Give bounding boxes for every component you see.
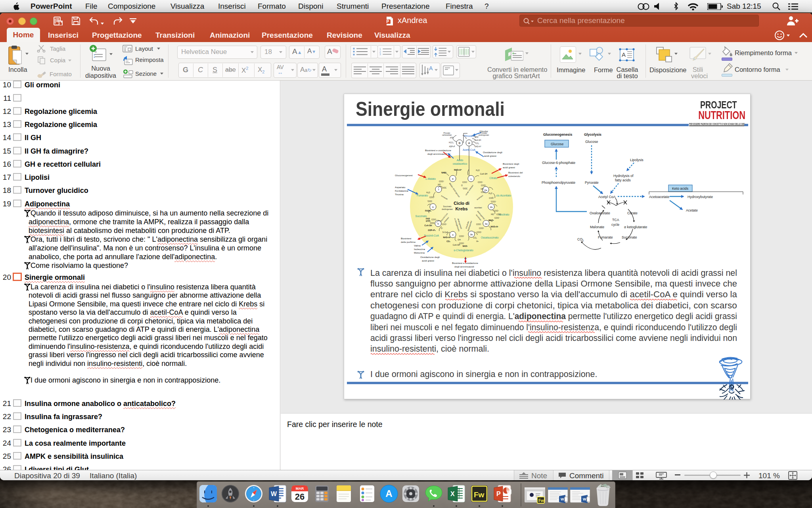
svg-text:degli amminoacidi: degli amminoacidi [454, 265, 474, 268]
svg-text:2b: 2b [490, 206, 493, 208]
svg-text:ATP: ATP [450, 137, 454, 139]
svg-text:Fenilalanina: Fenilalanina [395, 189, 408, 192]
svg-text:Ossidazione degli: Ossidazione degli [483, 151, 502, 154]
svg-text:6: 6 [432, 206, 434, 208]
svg-text:CO₂: CO₂ [446, 240, 450, 242]
svg-text:acidi grassi: acidi grassi [484, 154, 496, 157]
svg-text:A: A [468, 142, 470, 144]
svg-text:deidrogenasi: deidrogenasi [442, 208, 452, 210]
svg-text:1: 1 [470, 177, 472, 180]
svg-text:ossalacetico: ossalacetico [453, 162, 467, 165]
svg-text:Succinil-CoA: Succinil-CoA [424, 234, 439, 237]
svg-text:COO⁻: COO⁻ [476, 223, 482, 225]
svg-text:P: P [496, 491, 501, 497]
svg-text:H₂O: H₂O [476, 169, 480, 171]
svg-text:NAD+H•: NAD+H• [490, 225, 498, 228]
svg-text:COO⁻: COO⁻ [478, 181, 483, 183]
svg-text:26: 26 [295, 492, 304, 502]
svg-text:Citrato: Citrato [489, 177, 497, 179]
svg-text:Fw: Fw [538, 498, 544, 503]
svg-text:7: 7 [438, 188, 439, 191]
svg-text:3b: 3b [470, 233, 473, 236]
svg-text:H•: H• [476, 240, 479, 242]
svg-text:COO⁻: COO⁻ [481, 191, 486, 193]
svg-text:′OOC: ′OOC [463, 187, 468, 190]
svg-text:′OOC: ′OOC [442, 187, 447, 189]
svg-text:OH: OH [458, 239, 461, 241]
svg-text:3a: 3a [485, 222, 488, 225]
svg-text:colesterolo: colesterolo [508, 175, 520, 177]
svg-text:Valina: Valina [414, 244, 421, 247]
svg-text:Citrate: Citrate [627, 211, 638, 215]
svg-text:COO⁻: COO⁻ [462, 181, 468, 183]
svg-text:Tirosina: Tirosina [395, 193, 404, 196]
svg-text:NAD•: NAD• [489, 219, 494, 221]
svg-text:acidi grassi: acidi grassi [422, 259, 434, 262]
svg-text:Fw: Fw [474, 491, 485, 499]
svg-text:HO: HO [438, 183, 441, 186]
svg-text:aconitasi: aconitasi [475, 207, 482, 209]
svg-text:MAR: MAR [296, 487, 304, 491]
svg-text:Metionina: Metionina [414, 251, 425, 254]
svg-text:TCA: TCA [612, 218, 619, 222]
svg-text:2: 2 [582, 239, 584, 242]
svg-text:GDP+P₀: GDP+P₀ [428, 229, 435, 231]
svg-text:CoA-SH: CoA-SH [475, 139, 481, 141]
svg-text:α ketoglutarate: α ketoglutarate [624, 225, 647, 229]
svg-text:Ciclo di: Ciclo di [454, 201, 469, 206]
svg-text:Gluconeogenesi: Gluconeogenesi [395, 174, 413, 177]
svg-text:Glucose: Glucose [585, 140, 598, 144]
svg-text:S-CoA: S-CoA [442, 231, 448, 233]
svg-text:cycle: cycle [611, 223, 619, 227]
svg-text:P: P [387, 19, 389, 24]
svg-text:Piruvato: Piruvato [464, 135, 474, 137]
svg-text:Isoleucina: Isoleucina [414, 248, 425, 250]
svg-text:Hydrolysis of: Hydrolysis of [613, 174, 634, 178]
svg-text:NAD+H⁺: NAD+H⁺ [475, 146, 482, 148]
svg-text:′COO⁻: ′COO⁻ [491, 200, 497, 203]
svg-text:HO: HO [491, 213, 494, 216]
svg-text:CO₂: CO₂ [476, 142, 479, 144]
svg-text:A: A [385, 488, 392, 499]
svg-text:NAD+H•: NAD+H• [443, 236, 450, 239]
svg-text:O: O [461, 184, 463, 187]
svg-text:Succinato: Succinato [443, 206, 451, 208]
svg-text:Gluconeogenesis: Gluconeogenesis [543, 133, 572, 137]
svg-text:CoA-SH: CoA-SH [453, 244, 460, 246]
svg-text:HCO₃: HCO₃ [449, 142, 454, 144]
svg-text:4: 4 [452, 233, 454, 236]
svg-text:Acido: Acido [457, 159, 463, 162]
svg-text:α-Chetoglutarato: α-Chetoglutarato [454, 249, 473, 252]
svg-text:W: W [561, 497, 564, 501]
svg-text:Succinate: Succinate [622, 235, 637, 239]
svg-text:COO⁻: COO⁻ [496, 213, 502, 216]
svg-text:Glucose: Glucose [551, 142, 563, 146]
svg-text:L-Malato: L-Malato [425, 177, 436, 180]
svg-text:Keto acids: Keto acids [672, 187, 689, 190]
svg-text:NAD⁺: NAD⁺ [475, 136, 480, 138]
svg-text:3: 3 [379, 53, 381, 56]
svg-text:ADP+P: ADP+P [449, 146, 455, 148]
svg-text:COO⁻: COO⁻ [459, 235, 465, 237]
svg-text:acidi grassi: acidi grassi [503, 166, 515, 169]
svg-text:Biosintesi e ossidazione: Biosintesi e ossidazione [425, 149, 452, 152]
svg-text:H₂O: H₂O [488, 192, 492, 194]
svg-text:Ossalsuccinato: Ossalsuccinato [481, 236, 499, 239]
svg-text:COO⁻: COO⁻ [431, 218, 437, 221]
svg-text:A: A [429, 65, 433, 71]
svg-text:COO⁻: COO⁻ [429, 196, 435, 198]
svg-text:A: A [622, 51, 626, 58]
svg-text:CoA-SH: CoA-SH [425, 224, 432, 227]
svg-text:Biosintesi del: Biosintesi del [508, 171, 523, 174]
svg-text:Hydroxybutyrate: Hydroxybutyrate [688, 195, 713, 199]
svg-text:H₂O: H₂O [426, 191, 430, 194]
svg-text:Lipolysis: Lipolysis [630, 158, 643, 162]
svg-text:COO⁻: COO⁻ [479, 227, 485, 229]
svg-text:Oxaloacetate: Oxaloacetate [590, 211, 610, 215]
svg-text:NAD+H⁺: NAD+H⁺ [454, 169, 462, 171]
svg-text:Glycolysis: Glycolysis [584, 133, 601, 137]
svg-text:carbossilasi: carbossilasi [442, 134, 452, 136]
svg-text:Acetate: Acetate [686, 208, 698, 212]
svg-text:X: X [450, 491, 455, 497]
svg-text:delle porfirine: delle porfirine [401, 241, 416, 243]
